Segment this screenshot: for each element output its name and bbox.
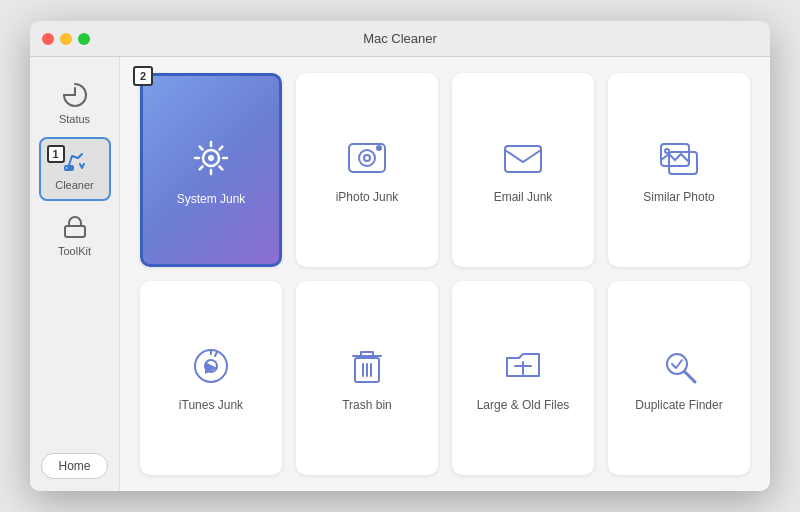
status-icon xyxy=(61,81,89,109)
sidebar: Status 1 Cleaner xyxy=(30,57,120,491)
email-junk-icon xyxy=(501,136,545,180)
svg-point-11 xyxy=(665,149,669,153)
close-button[interactable] xyxy=(42,33,54,45)
duplicate-finder-label: Duplicate Finder xyxy=(635,398,722,412)
iphoto-junk-label: iPhoto Junk xyxy=(336,190,399,204)
svg-point-6 xyxy=(364,155,370,161)
main-window: Mac Cleaner Status 1 xyxy=(30,21,770,491)
duplicate-finder-icon xyxy=(657,344,701,388)
grid-item-iphoto-junk[interactable]: iPhoto Junk xyxy=(296,73,438,267)
grid-item-duplicate-finder[interactable]: Duplicate Finder xyxy=(608,281,750,475)
itunes-junk-label: iTunes Junk xyxy=(179,398,243,412)
minimize-button[interactable] xyxy=(60,33,72,45)
cleaner-label: Cleaner xyxy=(55,179,94,191)
grid-container: 2 System Junk xyxy=(140,73,750,475)
sidebar-cleaner-area: 1 Cleaner xyxy=(39,137,111,201)
large-old-files-label: Large & Old Files xyxy=(477,398,570,412)
main-content: 2 System Junk xyxy=(120,57,770,491)
grid-item-itunes-junk[interactable]: iTunes Junk xyxy=(140,281,282,475)
large-old-files-icon xyxy=(501,344,545,388)
iphoto-junk-icon xyxy=(345,136,389,180)
svg-point-7 xyxy=(377,146,381,150)
home-button[interactable]: Home xyxy=(41,453,107,479)
status-label: Status xyxy=(59,113,90,125)
window-title: Mac Cleaner xyxy=(363,31,437,46)
system-junk-icon xyxy=(187,134,235,182)
sidebar-item-toolkit[interactable]: ToolKit xyxy=(39,205,111,265)
window-body: Status 1 Cleaner xyxy=(30,57,770,491)
toolkit-icon xyxy=(61,213,89,241)
svg-rect-1 xyxy=(65,226,85,237)
email-junk-label: Email Junk xyxy=(494,190,553,204)
sidebar-bottom: Home xyxy=(30,453,119,491)
grid-item-similar-photo[interactable]: Similar Photo xyxy=(608,73,750,267)
titlebar: Mac Cleaner xyxy=(30,21,770,57)
grid-item-trash-bin[interactable]: Trash bin xyxy=(296,281,438,475)
svg-rect-8 xyxy=(505,146,541,172)
trash-bin-label: Trash bin xyxy=(342,398,392,412)
grid-item-system-junk[interactable]: 2 System Junk xyxy=(140,73,282,267)
svg-point-3 xyxy=(208,155,214,161)
system-junk-label: System Junk xyxy=(177,192,246,206)
toolkit-label: ToolKit xyxy=(58,245,91,257)
grid-item-large-old-files[interactable]: Large & Old Files xyxy=(452,281,594,475)
similar-photo-label: Similar Photo xyxy=(643,190,714,204)
badge-2: 2 xyxy=(133,66,153,86)
itunes-junk-icon xyxy=(189,344,233,388)
sidebar-item-status[interactable]: Status xyxy=(39,73,111,133)
grid-item-email-junk[interactable]: Email Junk xyxy=(452,73,594,267)
maximize-button[interactable] xyxy=(78,33,90,45)
svg-rect-9 xyxy=(661,144,689,166)
similar-photo-icon xyxy=(657,136,701,180)
trash-bin-icon xyxy=(345,344,389,388)
cleaner-icon xyxy=(61,147,89,175)
svg-point-5 xyxy=(359,150,375,166)
badge-1: 1 xyxy=(47,145,65,163)
traffic-lights xyxy=(42,33,90,45)
